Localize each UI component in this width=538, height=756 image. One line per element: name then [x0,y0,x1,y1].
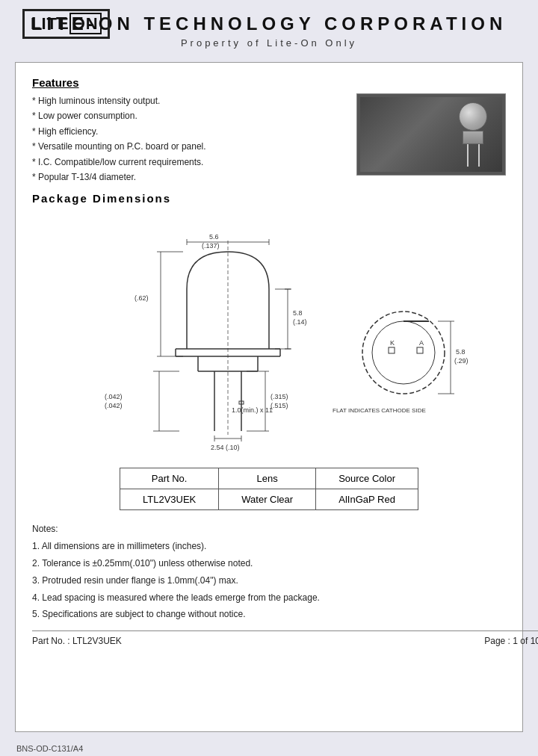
col-header-part-no: Part No. [120,468,218,489]
svg-text:(.29): (.29) [454,357,469,365]
led-photo [356,93,506,176]
svg-text:(.137): (.137) [202,242,220,250]
col-header-source-color: Source Color [316,468,418,489]
doc-id: BNS-OD-C131/A4 [16,743,525,753]
svg-text:(.042): (.042) [105,393,123,400]
company-logo: LITEON [22,9,110,39]
notes-title: Notes: [32,521,506,538]
col-header-lens: Lens [219,468,316,489]
footer-page: Page : 1 of 10 [484,636,538,646]
note-3: 3. Protruded resin under flange is 1.0mm… [32,572,506,589]
svg-rect-47 [389,347,395,353]
main-content: Features * High luminous intensity outpu… [15,62,523,732]
svg-text:5.8: 5.8 [456,348,466,356]
svg-text:1.0(min.) x 11: 1.0(min.) x 11 [232,406,273,414]
svg-text:(.515): (.515) [270,402,288,409]
svg-text:5.6: 5.6 [209,233,219,241]
svg-rect-48 [417,347,423,353]
feature-item-1: * High luminous intensity output. [32,93,356,108]
note-4: 4. Lead spacing is measured where the le… [32,589,506,607]
table-row: LTL2V3UEK Water Clear AlInGaP Red [120,489,418,510]
feature-item-3: * High efficiency. [32,124,356,139]
features-section: * High luminous intensity output. * Low … [32,93,506,185]
svg-text:(.042): (.042) [105,402,123,409]
feature-item-6: * Popular T-13/4 diameter. [32,170,356,185]
note-5: 5. Specifications are subject to change … [32,606,506,623]
cell-source-color: AlInGaP Red [316,489,418,510]
note-1: 1. All dimensions are in millimeters (in… [32,538,506,555]
card-footer: Part No. : LTL2V3UEK Page : 1 of 10 [32,630,538,648]
svg-text:(.14): (.14) [293,318,307,326]
diagram-area: 5.6 (.137) 5.8 (.14) (.62) 2.54 (.10) [32,211,506,457]
cell-part-no: LTL2V3UEK [120,489,218,510]
feature-item-4: * Versatile mounting on P.C. board or pa… [32,139,356,154]
bottom-bar: BNS-OD-C131/A4 [0,740,538,756]
note-2: 2. Tolerance is ±0.25mm(.010") unless ot… [32,555,506,572]
footer-part-no: Part No. : LTL2V3UEK [32,636,122,646]
svg-text:K: K [390,339,395,347]
svg-text:2.54 (.10): 2.54 (.10) [211,444,240,451]
feature-item-5: * I.C. Compatible/low current requiremen… [32,155,356,170]
property-line: Property of Lite-On Only [181,37,357,49]
svg-point-44 [362,312,445,394]
feature-item-2: * Low power consumption. [32,108,356,123]
package-diagram: 5.6 (.137) 5.8 (.14) (.62) 2.54 (.10) [37,211,501,457]
svg-text:FLAT INDICATES CATHODE SIDE: FLAT INDICATES CATHODE SIDE [333,407,426,414]
svg-text:5.8: 5.8 [293,309,303,317]
notes-section: Notes: 1. All dimensions are in millimet… [32,521,506,623]
parts-table: Part No. Lens Source Color LTL2V3UEK Wat… [120,468,418,510]
svg-text:(.62): (.62) [134,294,149,302]
svg-text:A: A [419,339,424,347]
features-list: * High luminous intensity output. * Low … [32,93,356,185]
svg-point-45 [372,321,435,384]
features-title: Features [32,76,506,89]
svg-text:(.315): (.315) [270,393,288,400]
cell-lens: Water Clear [219,489,316,510]
page-header: LITEON LITE-ON TECHNOLOGY CORPORATION Pr… [0,0,538,55]
parts-table-section: Part No. Lens Source Color LTL2V3UEK Wat… [32,468,506,510]
package-title: Package Dimensions [32,192,506,205]
